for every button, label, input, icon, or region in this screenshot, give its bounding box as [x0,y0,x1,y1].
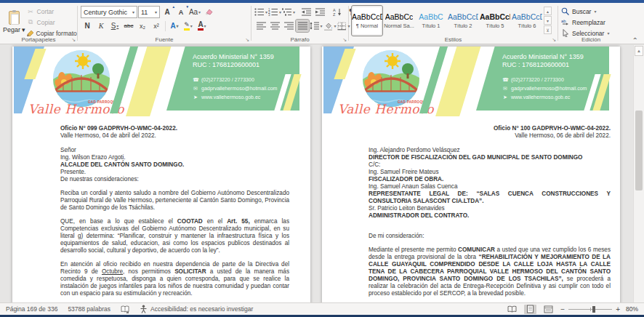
align-right-button[interactable] [282,20,295,32]
align-right-icon [284,22,294,30]
document-line: Señor [60,147,289,154]
letterhead-info: Acuerdo Ministerial N° 1359 RUC : 176812… [193,53,277,102]
zoom-out-button[interactable]: − [560,306,565,313]
print-layout-button[interactable] [524,305,536,314]
multilevel-list-button[interactable]: ▾ [282,6,295,18]
web-layout-button[interactable] [542,305,555,314]
font-color-icon: A [198,21,203,31]
subscript-button[interactable]: x₂ [136,20,149,32]
text-effects-button[interactable]: A▾ [168,20,181,32]
style-normal-sa[interactable]: AaBbCc Normal Sa... [384,6,414,36]
email-icon: ✉ [502,84,508,93]
proofing-book-icon [121,305,129,313]
org-name-script: Valle Hermoso [338,102,434,116]
clipboard-dialog-launcher[interactable]: ↘ [71,37,76,43]
editing-group: Buscar▾ ab Reemplazar Seleccionar▾ Edici… [558,3,624,44]
paragraph-dialog-launcher[interactable]: ↘ [342,37,347,43]
bullet-list-button[interactable]: ▾ [254,6,267,18]
parish-logo [53,50,110,107]
strikethrough-button[interactable]: abc [122,20,135,32]
replace-button[interactable]: ab Reemplazar [561,17,622,28]
grow-font-button[interactable]: A [161,6,174,18]
styles-scroll-up[interactable]: ▴ [544,7,552,15]
shrink-font-button[interactable]: A [174,6,188,18]
document-line: Presente. [60,169,289,176]
document-paragraph: QUE, en base a lo que establece el COOTA… [60,218,289,254]
document-paragraph: Mediante el presente me permito COMUNICA… [369,246,611,297]
styles-gallery-more[interactable]: ⊻ [544,25,552,34]
paragraph-group: ▾ 123▾ ▾ AZ ¶ ▾ ▾ ▾ Párrafo ↘ [251,3,348,44]
superscript-button[interactable]: x² [150,20,163,32]
paragraph-group-label: Párrafo [251,36,348,43]
style-titulo-2[interactable]: AaBbCcD Título 2 [448,6,478,36]
change-case-button[interactable]: Aa▾ [188,6,201,18]
document-page-right[interactable]: GAD PARROQUIAL Valle Hermoso Acuerdo Min… [322,47,620,307]
scroll-up-button[interactable]: ▲ [635,46,643,56]
page-number-indicator[interactable]: Página 169 de 336 [6,305,57,313]
letter-body: Oficio N° 099 GADPRVH-O-WMC-04-2022. Val… [12,116,310,307]
clear-formatting-button[interactable] [202,6,215,18]
zoom-level[interactable]: 80% [626,305,638,313]
decrease-indent-button[interactable] [299,6,313,18]
multilevel-list-icon [282,8,292,16]
document-paragraph: REPRESENTANTE LEGAL DE: “SALAS CUENCA CO… [369,190,611,205]
sort-button[interactable]: AZ [331,6,344,18]
eraser-icon [204,8,213,16]
scrollbar-thumb[interactable] [635,111,643,190]
accessibility-person-icon [140,305,148,313]
cursor-icon: ➤ [502,93,508,102]
document-canvas: GAD PARROQUIAL Valle Hermoso Acuerdo Min… [0,45,644,302]
decrease-indent-icon [302,8,311,16]
print-layout-icon [526,305,534,313]
copy-button[interactable]: ⧉ Copiar [25,17,79,28]
shading-button[interactable]: ▾ [323,20,337,32]
document-page-left[interactable]: GAD PARROQUIAL Valle Hermoso Acuerdo Min… [12,47,310,307]
zoom-in-button[interactable]: + [616,306,620,313]
document-line: ALCALDE DEL CANTÓN SANTO DOMINGO. [60,161,289,169]
underline-button[interactable]: S▾ [108,20,121,32]
find-button[interactable]: Buscar▾ [561,6,622,17]
accessibility-status[interactable]: Accesibilidad: es necesario investigar [140,305,253,313]
zoom-slider-thumb[interactable] [592,306,595,313]
line-spacing-button[interactable]: ▾ [310,20,323,32]
document-line: FISCALIZADOR DE OBRA. [369,176,611,183]
bold-button[interactable]: N [81,20,94,32]
document-line: Ing. Wilson Erazo Argoti. [60,154,289,161]
highlight-color-button[interactable]: ✎▾ [182,20,195,32]
collapse-ribbon-button[interactable]: ⌃ [632,36,638,44]
align-center-button[interactable] [268,20,281,32]
align-left-button[interactable] [254,20,267,32]
styles-scroll-down[interactable]: ▾ [544,16,552,25]
font-color-button[interactable]: A▾ [196,20,209,32]
paste-button[interactable]: Pegar▾ [3,5,25,39]
word-count-indicator[interactable]: 53788 palabras [68,305,110,313]
bullet-list-icon [254,8,265,16]
increase-indent-button[interactable] [313,6,326,18]
paint-bucket-icon [323,22,333,31]
borders-icon [337,22,347,31]
style-titulo-5[interactable]: AaBbCcI Título 5 [480,6,510,36]
zoom-slider[interactable] [568,309,612,310]
style-titulo-1[interactable]: AaBbC Título 1 [416,6,446,36]
style-normal[interactable]: AaBbCcD ¶ Normal [352,6,382,36]
vertical-scrollbar[interactable]: ▲ ▼ [633,45,644,317]
proofing-status[interactable] [121,305,129,313]
read-mode-button[interactable] [506,305,518,314]
document-line: Oficio N° 099 GADPRVH-O-WMC-04-2022. [60,125,289,132]
styles-dialog-launcher[interactable]: ↘ [552,37,556,43]
document-line: De nuestras consideraciones: [60,176,289,183]
justify-button[interactable] [296,20,309,32]
italic-button[interactable]: K [94,20,108,32]
copy-icon: ⧉ [27,18,35,26]
font-dialog-launcher[interactable]: ↘ [245,37,249,43]
font-size-combobox[interactable]: 11▾ [138,6,160,18]
numbered-list-button[interactable]: 123▾ [268,6,281,18]
font-family-combobox[interactable]: Century Gothic▾ [81,6,137,18]
ruc-line: RUC : 1768120600001 [502,61,587,69]
zoom-control: − + [560,306,620,313]
cut-button[interactable]: ✂ Cortar [25,6,79,17]
style-titulo-6[interactable]: AaBbCcDc Título 6 [512,6,542,36]
document-line: DIRECTOR DE FISCALIZACIÓN DEL GAD MUNICI… [369,154,611,161]
highlighter-icon: ✎ [184,21,190,31]
sort-icon: AZ [333,8,342,16]
